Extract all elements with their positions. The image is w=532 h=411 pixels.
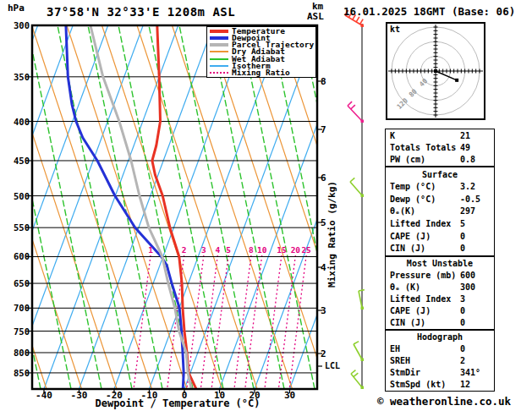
mixing-ratio-value-label: 20 xyxy=(291,245,301,255)
dry-adiabat-line xyxy=(67,25,187,389)
stats-table-most-unstable: Most UnstablePressure (mb)600θₑ (K)300Li… xyxy=(385,256,495,330)
legend-line-sample xyxy=(210,51,228,52)
pressure-tick-label: 300 xyxy=(0,20,30,30)
dry-adiabat-line xyxy=(32,25,152,389)
stats-label: StmDir xyxy=(390,368,420,377)
stats-table-hodograph: HodographEH0SREH2StmDir341°StmSpd (kt)12 xyxy=(385,330,495,392)
hodograph: 4080120 xyxy=(387,23,485,119)
stats-value: 12 xyxy=(460,380,470,389)
mixing-ratio-value-label: 4 xyxy=(215,245,220,255)
km-tick-label: 4 xyxy=(321,262,326,273)
hodograph-trace-point xyxy=(455,79,458,82)
stats-row: SREH2 xyxy=(386,356,494,365)
stats-label: Totals Totals xyxy=(390,143,456,152)
pressure-tick-label: 700 xyxy=(0,303,30,313)
legend: TemperatureDewpointParcel TrajectoryDry … xyxy=(206,26,316,78)
pressure-tick-label: 450 xyxy=(0,156,30,166)
stats-value: 3 xyxy=(460,294,465,304)
stats-table-indices: K21Totals Totals49PW (cm)0.8 xyxy=(385,129,495,167)
sounding-curves xyxy=(66,25,196,388)
stats-row: PW (cm)0.8 xyxy=(386,155,494,164)
stats-row: K21 xyxy=(386,131,494,140)
mixing-ratio-axis-label: Mixing Ratio (g/kg) xyxy=(326,181,337,288)
temperature-tick-label: -30 xyxy=(61,390,98,401)
stats-label: EH xyxy=(390,344,400,353)
mixing-ratio-value-label: 2 xyxy=(182,245,187,255)
wind-barb-tick xyxy=(348,101,352,106)
legend-item-label: Mixing Ratio xyxy=(232,69,290,76)
pressure-tick-label: 850 xyxy=(0,368,30,378)
wet-adiabat-line xyxy=(210,25,284,389)
dry-adiabat-line xyxy=(137,25,257,389)
stats-value: 300 xyxy=(460,282,475,292)
stats-row: CAPE (J)0 xyxy=(386,306,494,315)
legend-line-sample xyxy=(210,36,228,40)
wind-barb-staff xyxy=(348,106,362,121)
skewt-sounding-app: 12345810152025Mixing Ratio (g/kg)4080120… xyxy=(0,0,532,411)
legend-line-sample xyxy=(210,58,228,60)
wind-barb-tick xyxy=(360,19,364,25)
mixing-ratio-value-label: 25 xyxy=(301,245,311,255)
pressure-tick-label: 800 xyxy=(0,348,30,358)
temperature-tick-label: 20 xyxy=(236,390,273,401)
wind-barb-tick xyxy=(359,290,365,291)
stats-value: 600 xyxy=(460,271,475,280)
km-tick-label: 3 xyxy=(321,305,326,316)
stats-value: 341° xyxy=(460,368,480,377)
stats-label: Lifted Index xyxy=(390,219,451,228)
km-tick-label: 7 xyxy=(321,124,326,135)
parcel-trajectory-curve xyxy=(90,25,191,388)
wind-barb-tick xyxy=(354,373,358,376)
km-tick-label: 8 xyxy=(321,76,326,87)
temperature-tick-label: -20 xyxy=(96,390,133,401)
stats-label: CIN (J) xyxy=(390,318,425,327)
stats-value: 297 xyxy=(460,206,475,216)
stats-value: 2 xyxy=(460,356,465,365)
pressure-tick-label: 400 xyxy=(0,117,30,127)
dry-adiabat-line xyxy=(243,25,363,389)
pressure-tick-label: 750 xyxy=(0,326,30,337)
stats-label: Dewp (°C) xyxy=(390,195,436,204)
stats-row: Dewp (°C)-0.5 xyxy=(386,195,494,204)
stats-value: 0 xyxy=(460,244,465,253)
km-tick-label: 5 xyxy=(321,217,326,228)
stats-label: θₑ(K) xyxy=(390,206,415,216)
stats-row: StmSpd (kt)12 xyxy=(386,380,494,389)
hodograph-unit-label: kt xyxy=(390,25,400,34)
temperature-tick-label: 0 xyxy=(166,390,203,401)
stats-value: 5 xyxy=(460,219,465,228)
km-tick-label: 2 xyxy=(321,348,326,359)
stats-row: Lifted Index3 xyxy=(386,294,494,304)
legend-line-sample xyxy=(210,65,228,67)
pressure-tick-label: 350 xyxy=(0,72,30,82)
stats-label: Lifted Index xyxy=(390,294,451,304)
mixing-ratio-line xyxy=(245,255,262,389)
dry-adiabat-line xyxy=(277,25,398,389)
pressure-tick-label: 650 xyxy=(0,278,30,288)
stats-table-title: Hodograph xyxy=(386,332,494,342)
stats-label: Pressure (mb) xyxy=(390,271,456,280)
pressure-axis-unit: hPa xyxy=(8,3,25,14)
stats-value: 0 xyxy=(460,306,465,315)
lcl-label: LCL xyxy=(325,361,340,370)
stats-row: EH0 xyxy=(386,344,494,353)
stats-row: θₑ (K)300 xyxy=(386,282,494,292)
station-title: 37°58'N 32°33'E 1208m ASL xyxy=(47,5,235,19)
stats-label: CAPE (J) xyxy=(390,232,431,241)
wind-barb-staff xyxy=(354,344,362,359)
stats-value: -0.5 xyxy=(460,195,480,204)
stats-value: 0 xyxy=(460,344,465,353)
stats-row: Pressure (mb)600 xyxy=(386,271,494,280)
temperature-tick-label: -10 xyxy=(131,390,168,401)
dry-adiabat-line xyxy=(102,25,222,389)
dry-adiabat-line xyxy=(207,25,327,389)
mixing-ratio-value-label: 5 xyxy=(226,245,231,255)
mixing-ratio-line xyxy=(134,255,151,389)
stats-label: θₑ (K) xyxy=(390,282,420,292)
stats-row: Temp (°C)3.2 xyxy=(386,182,494,191)
stats-value: 21 xyxy=(460,131,470,140)
stats-label: CAPE (J) xyxy=(390,306,431,315)
legend-item: Mixing Ratio xyxy=(210,69,315,76)
wind-barb-tick xyxy=(351,105,355,109)
legend-line-sample xyxy=(210,43,228,47)
